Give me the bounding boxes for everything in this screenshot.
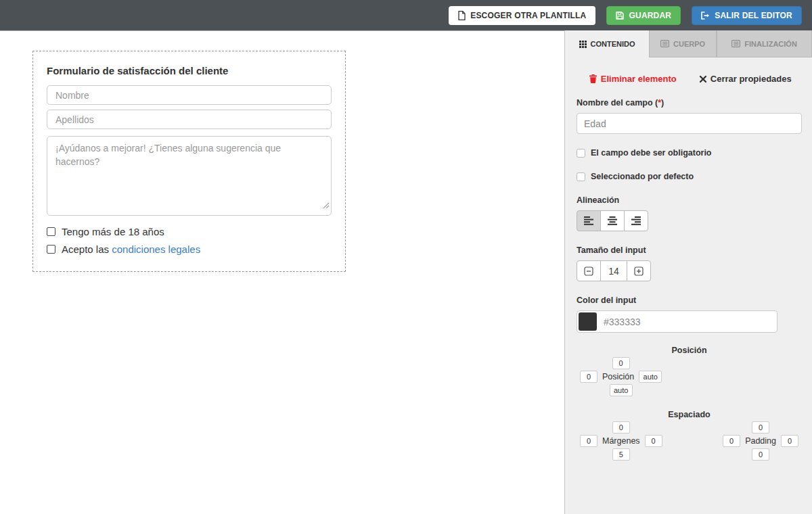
margin-top-input[interactable]	[612, 421, 630, 434]
grid-icon	[579, 41, 587, 48]
position-left-input[interactable]	[580, 371, 597, 383]
align-right-icon	[631, 216, 641, 225]
file-icon	[458, 11, 466, 20]
position-top-input[interactable]	[612, 357, 630, 369]
margin-bottom-input[interactable]	[612, 448, 630, 461]
tab-contenido[interactable]: CONTENIDO	[565, 30, 649, 57]
editor-canvas: Formulario de satisfacción del cliente T…	[0, 31, 564, 514]
list-alt-icon	[660, 40, 669, 47]
required-checkbox-row: El campo debe ser obligatorio	[577, 148, 802, 158]
position-bottom-input[interactable]	[610, 384, 633, 396]
nombre-input[interactable]	[47, 85, 332, 105]
close-properties-label: Cerrar propiedades	[710, 74, 792, 84]
color-swatch[interactable]	[579, 312, 597, 331]
padding-left-input[interactable]	[723, 435, 740, 447]
terms-link[interactable]: condiciones legales	[112, 243, 200, 255]
input-color-field[interactable]	[577, 310, 777, 333]
plus-square-icon	[634, 266, 644, 276]
save-button[interactable]: GUARDAR	[606, 6, 681, 25]
margin-right-input[interactable]	[645, 435, 662, 447]
minus-square-icon	[584, 266, 593, 276]
margin-left-input[interactable]	[580, 435, 597, 447]
spacing-controls: Márgenes Padding	[577, 421, 802, 461]
form-title: Formulario de satisfacción del cliente	[47, 65, 332, 76]
required-checkbox-label: El campo debe ser obligatorio	[591, 148, 712, 158]
input-size-stepper: 14	[577, 260, 802, 281]
sign-out-icon	[701, 11, 710, 20]
align-left-button[interactable]	[577, 210, 601, 231]
tab-finalizacion[interactable]: FINALIZACIÓN	[717, 30, 812, 57]
save-label: GUARDAR	[629, 11, 671, 20]
color-value-input[interactable]	[604, 317, 739, 327]
input-color-label: Color del input	[577, 296, 802, 305]
sidebar-tabs: CONTENIDO CUERPO FINALIZACIÓN	[565, 30, 812, 57]
padding-label: Padding	[745, 436, 776, 446]
padding-top-input[interactable]	[752, 421, 769, 434]
exit-editor-label: SALIR DEL EDITOR	[715, 11, 792, 20]
terms-checkbox-row: Acepto las condiciones legales	[47, 243, 332, 255]
panel-actions: Eliminar elemento Cerrar propiedades	[577, 74, 802, 84]
close-icon	[700, 76, 706, 83]
field-name-label: Nombre del campo (*)	[577, 98, 802, 108]
position-controls: Posición	[577, 356, 802, 397]
position-right-input[interactable]	[639, 371, 662, 383]
alignment-group	[577, 210, 802, 231]
trash-icon	[589, 74, 597, 83]
input-size-label: Tamaño del input	[577, 246, 802, 255]
align-center-button[interactable]	[600, 210, 625, 231]
align-left-icon	[584, 216, 593, 225]
position-cross-label: Posición	[602, 372, 634, 381]
size-decrease-button[interactable]	[577, 260, 601, 281]
default-checkbox[interactable]	[577, 172, 585, 181]
delete-element-label: Eliminar elemento	[601, 74, 677, 84]
margins-label: Márgenes	[602, 436, 640, 446]
spacing-header: Espaciado	[577, 410, 802, 419]
topbar: ESCOGER OTRA PLANTILLA GUARDAR SALIR DEL…	[0, 0, 812, 31]
tab-cuerpo-label: CUERPO	[673, 40, 705, 48]
suggestion-textarea-wrap	[47, 136, 332, 216]
choose-template-label: ESCOGER OTRA PLANTILLA	[470, 11, 586, 20]
tab-finalizacion-label: FINALIZACIÓN	[744, 40, 797, 48]
apellidos-input[interactable]	[47, 110, 332, 129]
tab-cuerpo[interactable]: CUERPO	[649, 30, 717, 57]
delete-element-button[interactable]: Eliminar elemento	[577, 74, 690, 84]
age-checkbox-label: Tengo más de 18 años	[62, 226, 164, 237]
default-checkbox-label: Seleccionado por defecto	[591, 172, 694, 181]
close-properties-button[interactable]: Cerrar propiedades	[690, 74, 803, 84]
alignment-label: Alineación	[577, 195, 802, 205]
exit-editor-button[interactable]: SALIR DEL EDITOR	[692, 6, 802, 25]
size-increase-button[interactable]	[627, 260, 651, 281]
properties-sidebar: CONTENIDO CUERPO FINALIZACIÓN	[564, 30, 812, 514]
list-alt-icon	[731, 40, 740, 47]
input-size-value[interactable]: 14	[600, 260, 627, 281]
default-checkbox-row: Seleccionado por defecto	[577, 172, 802, 181]
field-name-input[interactable]	[577, 113, 802, 134]
age-checkbox-row: Tengo más de 18 años	[47, 226, 332, 237]
properties-panel: Eliminar elemento Cerrar propiedades Nom…	[565, 74, 812, 461]
padding-cross: Padding	[723, 421, 798, 461]
position-header: Posición	[577, 346, 802, 355]
age-checkbox[interactable]	[47, 227, 55, 236]
form-element-block[interactable]: Formulario de satisfacción del cliente T…	[32, 51, 346, 272]
required-checkbox[interactable]	[577, 149, 585, 158]
terms-checkbox[interactable]	[47, 245, 55, 254]
tab-contenido-label: CONTENIDO	[591, 40, 635, 48]
padding-right-input[interactable]	[781, 435, 798, 447]
align-center-icon	[608, 216, 617, 225]
margins-cross: Márgenes	[580, 421, 662, 461]
terms-checkbox-label: Acepto las condiciones legales	[62, 243, 200, 255]
padding-bottom-input[interactable]	[752, 448, 769, 461]
choose-template-button[interactable]: ESCOGER OTRA PLANTILLA	[449, 6, 595, 25]
save-icon	[616, 11, 624, 20]
suggestion-textarea[interactable]	[47, 136, 332, 216]
align-right-button[interactable]	[624, 210, 648, 231]
